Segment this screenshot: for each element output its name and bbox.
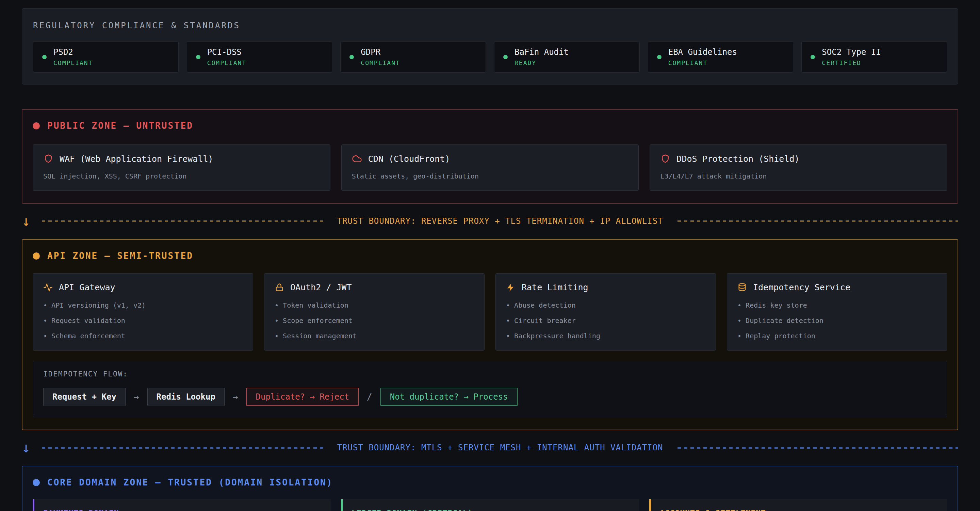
card-item: Token validation [275,301,474,309]
api-zone-cards: API Gateway API versioning (v1, v2) Requ… [33,273,947,351]
status-dot-icon [42,55,47,59]
card-waf: WAF (Web Application Firewall) SQL injec… [33,144,331,191]
card-desc: L3/L4/L7 attack mitigation [660,172,937,180]
zone-dot-icon [33,252,40,260]
card-item: Backpressure handling [506,332,705,340]
badge-name: PSD2 [53,47,93,57]
badge-status: COMPLIANT [361,59,400,66]
trust-boundary-2: ↓ TRUST BOUNDARY: MTLS + SERVICE MESH + … [22,439,958,456]
badge-name: SOC2 Type II [822,47,881,57]
api-zone-wrap: API ZONE — SEMI-TRUSTED API Gateway API … [0,239,980,430]
card-desc: Static assets, geo-distribution [352,172,628,180]
api-zone-panel: API ZONE — SEMI-TRUSTED API Gateway API … [22,239,958,430]
badge-name: PCI-DSS [207,47,247,57]
idempotency-flow-panel: IDEMPOTENCY FLOW: Request + Key → Redis … [33,361,947,417]
public-zone-panel: PUBLIC ZONE — UNTRUSTED WAF (Web Applica… [22,109,958,204]
dashed-line [42,220,323,222]
public-zone-cards: WAF (Web Application Firewall) SQL injec… [33,144,947,191]
lock-icon [275,283,284,292]
card-item: Request validation [43,316,243,325]
card-item: Scope enforcement [275,316,474,325]
badge-status: READY [514,59,569,66]
public-zone-header: PUBLIC ZONE — UNTRUSTED [33,121,947,131]
core-domains: PAYMENTS DOMAIN LEDGER DOMAIN (CRITICAL)… [33,499,947,511]
arrow-down-icon: ↓ [22,214,30,228]
domain-ledger: LEDGER DOMAIN (CRITICAL) [341,499,639,511]
shield-icon [660,153,670,164]
zone-dot-icon [33,122,40,129]
card-item: Session management [275,332,474,340]
status-dot-icon [503,55,508,59]
compliance-panel: REGULATORY COMPLIANCE & STANDARDS PSD2 C… [22,8,958,85]
card-title: DDoS Protection (Shield) [676,154,799,164]
dashed-line [42,447,323,449]
compliance-badge-soc2: SOC2 Type II CERTIFIED [801,41,947,73]
public-zone-title: PUBLIC ZONE — UNTRUSTED [47,121,193,131]
trust-boundary-2-label: TRUST BOUNDARY: MTLS + SERVICE MESH + IN… [334,443,666,452]
domain-title: PAYMENTS DOMAIN [43,509,321,511]
card-items: Abuse detection Circuit breaker Backpres… [506,301,705,340]
card-items: Redis key store Duplicate detection Repl… [737,301,937,340]
compliance-badge-pcidss: PCI-DSS COMPLIANT [187,41,332,73]
card-item: Redis key store [737,301,937,309]
card-desc: SQL injection, XSS, CSRF protection [43,172,320,180]
api-zone-header: API ZONE — SEMI-TRUSTED [33,251,947,261]
badge-status: COMPLIANT [207,59,247,66]
shield-icon [43,153,53,164]
flow-outcome-reject: Duplicate? → Reject [247,388,359,406]
status-dot-icon [811,55,815,59]
domain-payments: PAYMENTS DOMAIN [33,499,331,511]
card-cdn: CDN (CloudFront) Static assets, geo-dist… [341,144,639,191]
compliance-badge-eba: EBA Guidelines COMPLIANT [648,41,794,73]
arrow-right-icon: → [233,392,238,402]
trust-boundary-1: ↓ TRUST BOUNDARY: REVERSE PROXY + TLS TE… [22,212,958,230]
compliance-badge-gdpr: GDPR COMPLIANT [340,41,486,73]
card-title: CDN (CloudFront) [368,154,450,164]
card-items: Token validation Scope enforcement Sessi… [275,301,474,340]
flow-step-redis-lookup: Redis Lookup [147,388,224,406]
flow-step-request-key: Request + Key [43,388,126,406]
status-dot-icon [196,55,200,59]
compliance-badges: PSD2 COMPLIANT PCI-DSS COMPLIANT GDPR CO… [33,41,947,73]
card-oauth-jwt: OAuth2 / JWT Token validation Scope enfo… [264,273,485,351]
domain-title: ACCOUNTS & SETTLEMENT [660,509,937,511]
idempotency-flow-row: Request + Key → Redis Lookup → Duplicate… [43,388,937,406]
card-item: Schema enforcement [43,332,243,340]
database-icon [737,283,747,292]
card-item: Duplicate detection [737,316,937,325]
core-zone-header: CORE DOMAIN ZONE — TRUSTED (DOMAIN ISOLA… [33,477,947,487]
badge-status: CERTIFIED [822,59,881,66]
badge-status: COMPLIANT [53,59,93,66]
compliance-title: REGULATORY COMPLIANCE & STANDARDS [33,21,947,30]
card-item: Abuse detection [506,301,705,309]
card-item: API versioning (v1, v2) [43,301,243,309]
flow-separator: / [367,392,372,402]
arrow-down-icon: ↓ [22,441,30,455]
compliance-badge-psd2: PSD2 COMPLIANT [33,41,179,73]
core-zone-title: CORE DOMAIN ZONE — TRUSTED (DOMAIN ISOLA… [47,477,333,487]
domain-title: LEDGER DOMAIN (CRITICAL) [352,509,629,511]
card-title: OAuth2 / JWT [290,283,352,292]
compliance-badge-bafin: BaFin Audit READY [494,41,640,73]
card-items: API versioning (v1, v2) Request validati… [43,301,243,340]
domain-accounts: ACCOUNTS & SETTLEMENT [649,499,947,511]
core-zone-wrap: CORE DOMAIN ZONE — TRUSTED (DOMAIN ISOLA… [0,466,980,511]
badge-name: BaFin Audit [514,47,569,57]
badge-status: COMPLIANT [668,59,737,66]
cloud-icon [352,153,362,164]
card-ddos: DDoS Protection (Shield) L3/L4/L7 attack… [649,144,947,191]
card-rate-limiting: Rate Limiting Abuse detection Circuit br… [495,273,716,351]
flow-outcome-process: Not duplicate? → Process [380,388,517,406]
card-title: Idempotency Service [753,283,850,292]
card-title: Rate Limiting [522,283,588,292]
zone-dot-icon [33,479,40,486]
status-dot-icon [350,55,354,59]
api-zone-title: API ZONE — SEMI-TRUSTED [47,251,193,261]
card-title: WAF (Web Application Firewall) [60,154,213,164]
card-title: API Gateway [59,283,115,292]
architecture-page: REGULATORY COMPLIANCE & STANDARDS PSD2 C… [0,0,980,204]
card-item: Replay protection [737,332,937,340]
badge-name: EBA Guidelines [668,47,737,57]
card-item: Circuit breaker [506,316,705,325]
trust-boundary-1-label: TRUST BOUNDARY: REVERSE PROXY + TLS TERM… [334,216,666,226]
